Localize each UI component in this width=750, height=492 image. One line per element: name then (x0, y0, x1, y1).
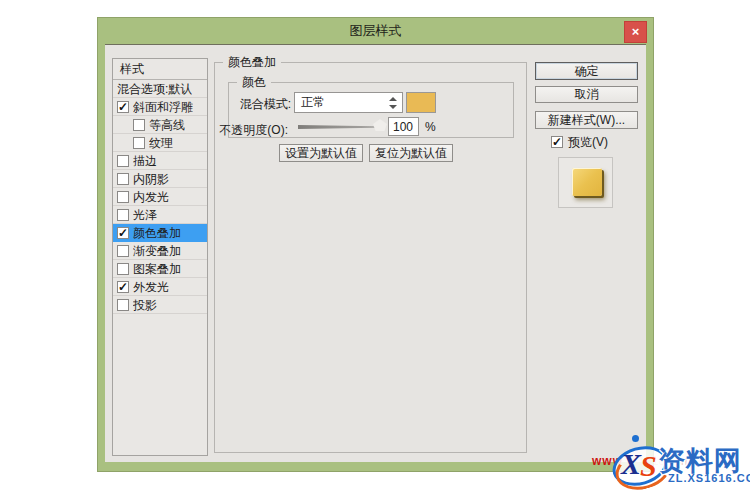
watermark-site-name: 资料网 (658, 443, 742, 479)
styles-list: 混合选项:默认✓斜面和浮雕等高线纹理描边内阴影内发光光泽✓颜色叠加渐变叠加图案叠… (113, 80, 207, 314)
new-style-button[interactable]: 新建样式(W)... (535, 111, 638, 129)
sidebar-item-drop-shadow[interactable]: 投影 (113, 296, 207, 314)
sidebar-item-stroke[interactable]: 描边 (113, 152, 207, 170)
style-preview-thumbnail (572, 168, 602, 196)
sidebar-item-label: 外发光 (133, 278, 169, 296)
style-checkbox[interactable]: ✓ (117, 281, 129, 293)
dialog-content: 样式 混合选项:默认✓斜面和浮雕等高线纹理描边内阴影内发光光泽✓颜色叠加渐变叠加… (105, 44, 646, 462)
sidebar-item-outer-glow[interactable]: ✓外发光 (113, 278, 207, 296)
blend-mode-select[interactable]: 正常 (294, 92, 403, 113)
style-checkbox[interactable] (117, 173, 129, 185)
sidebar-item-label: 颜色叠加 (133, 224, 181, 242)
sidebar-item-label: 图案叠加 (133, 260, 181, 278)
opacity-input[interactable] (388, 117, 419, 136)
sidebar-item-label: 描边 (133, 152, 157, 170)
sidebar-item-inner-shadow[interactable]: 内阴影 (113, 170, 207, 188)
blend-mode-value: 正常 (301, 94, 325, 111)
sidebar-item-label: 投影 (133, 296, 157, 314)
style-checkbox[interactable] (133, 119, 145, 131)
checkbox-check-icon: ✓ (552, 135, 562, 149)
style-checkbox[interactable] (117, 263, 129, 275)
sidebar-item-label: 内阴影 (133, 170, 169, 188)
set-default-button[interactable]: 设置为默认值 (279, 144, 363, 162)
sidebar-item-inner-glow[interactable]: 内发光 (113, 188, 207, 206)
dialog-titlebar[interactable]: 图层样式 × (98, 18, 653, 44)
preview-label: 预览(V) (568, 134, 608, 151)
style-checkbox[interactable] (117, 209, 129, 221)
sidebar-item-label: 纹理 (149, 134, 173, 152)
sidebar-item-pattern-overlay[interactable]: 图案叠加 (113, 260, 207, 278)
dialog-title: 图层样式 (350, 23, 402, 38)
styles-panel-header: 样式 (113, 59, 207, 80)
blend-mode-spinner-icon (389, 97, 397, 109)
sidebar-item-label: 内发光 (133, 188, 169, 206)
cancel-button[interactable]: 取消 (535, 86, 638, 103)
style-checkbox[interactable] (117, 245, 129, 257)
color-overlay-group: 颜色叠加 颜色 混合模式: 正常 不透明度(O): % 设置为默认值 复位为默认… (214, 62, 527, 453)
reset-default-button[interactable]: 复位为默认值 (369, 144, 453, 162)
color-group-title: 颜色 (237, 75, 271, 90)
close-icon: × (632, 24, 640, 39)
style-checkbox[interactable]: ✓ (117, 227, 129, 239)
sidebar-item-label: 等高线 (149, 116, 185, 134)
style-checkbox[interactable]: ✓ (117, 101, 129, 113)
sidebar-item-label: 渐变叠加 (133, 242, 181, 260)
style-checkbox[interactable] (117, 155, 129, 167)
overlay-color-swatch[interactable] (406, 92, 436, 113)
sidebar-item-contour[interactable]: 等高线 (113, 116, 207, 134)
blend-mode-label: 混合模式: (215, 96, 291, 113)
sidebar-item-label: 光泽 (133, 206, 157, 224)
preview-checkbox[interactable]: ✓ (551, 136, 563, 148)
sidebar-item-label: 混合选项:默认 (117, 80, 192, 98)
sidebar-item-gradient-overlay[interactable]: 渐变叠加 (113, 242, 207, 260)
style-checkbox[interactable] (133, 137, 145, 149)
style-preview-panel (558, 157, 613, 208)
style-checkbox[interactable] (117, 299, 129, 311)
close-button[interactable]: × (624, 21, 647, 43)
sidebar-item-satin[interactable]: 光泽 (113, 206, 207, 224)
sidebar-item-texture[interactable]: 纹理 (113, 134, 207, 152)
sidebar-item-bevel-emboss[interactable]: ✓斜面和浮雕 (113, 98, 207, 116)
style-checkbox[interactable] (117, 191, 129, 203)
opacity-label: 不透明度(O): (215, 122, 288, 139)
opacity-unit: % (425, 120, 436, 134)
watermark-url: ZL.XS1616.COM (668, 472, 750, 484)
ok-button[interactable]: 确定 (535, 62, 638, 80)
sidebar-item-color-overlay[interactable]: ✓颜色叠加 (113, 224, 207, 242)
layer-style-dialog: 图层样式 × 样式 混合选项:默认✓斜面和浮雕等高线纹理描边内阴影内发光光泽✓颜… (98, 18, 653, 471)
sidebar-item-label: 斜面和浮雕 (133, 98, 193, 116)
color-overlay-group-title: 颜色叠加 (223, 55, 281, 70)
sidebar-item-blending-options[interactable]: 混合选项:默认 (113, 80, 207, 98)
styles-panel: 样式 混合选项:默认✓斜面和浮雕等高线纹理描边内阴影内发光光泽✓颜色叠加渐变叠加… (112, 58, 208, 456)
preview-option[interactable]: ✓ 预览(V) (551, 135, 608, 149)
